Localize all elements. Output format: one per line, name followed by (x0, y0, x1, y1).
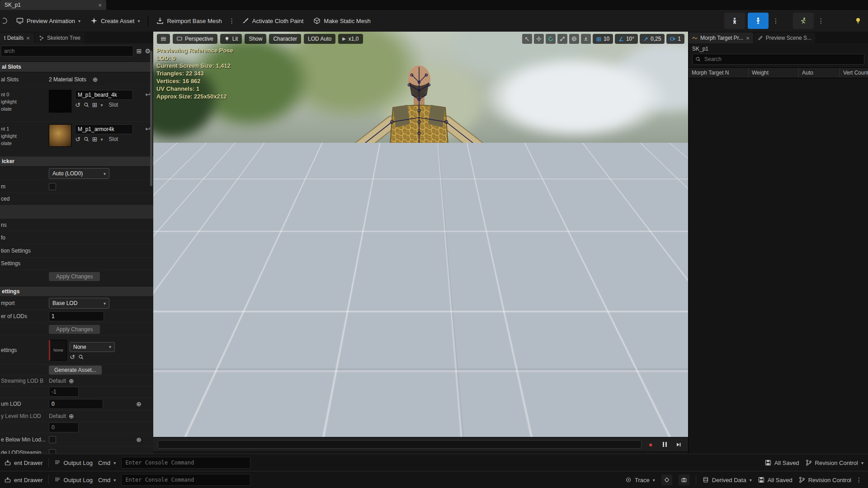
chevron-down-icon[interactable]: ▾ (100, 137, 103, 142)
lit-button[interactable]: Lit (220, 34, 242, 44)
tab-skeleton-tree[interactable]: Skeleton Tree (35, 33, 85, 43)
custom-checkbox[interactable] (49, 183, 56, 190)
content-drawer-button[interactable]: ent Drawer (5, 477, 43, 483)
output-log-button[interactable]: Output Log (54, 477, 93, 483)
output-log-button[interactable]: Output Log (54, 460, 93, 466)
rotate-tool-icon[interactable] (546, 34, 556, 44)
material-name-field[interactable] (75, 124, 133, 134)
add-override-icon[interactable]: ⊕ (136, 436, 142, 443)
add-material-slot-icon[interactable]: ⊕ (93, 76, 98, 83)
left-panel-scrollbar[interactable] (150, 51, 152, 186)
move-tool-icon[interactable] (534, 34, 544, 44)
lod-picker-dropdown[interactable]: Auto (LOD0) ▾ (49, 168, 109, 179)
revision-control-button[interactable]: Revision Control ⋮ (799, 476, 863, 483)
make-static-mesh-button[interactable]: Make Static Mesh (309, 13, 375, 28)
chevron-down-icon[interactable]: ▾ (100, 103, 103, 108)
revision-control-button[interactable]: Revision Control ▾ (806, 460, 863, 466)
skeleton-mode-button[interactable] (748, 13, 769, 29)
browse-icon[interactable] (84, 136, 89, 142)
quality-min-lod-input[interactable] (49, 422, 79, 432)
column-weight[interactable]: Weight (749, 68, 799, 78)
preview-animation-button[interactable]: Preview Animation ▾ (12, 13, 85, 28)
tab-close-icon[interactable]: × (26, 35, 30, 42)
override-lod-streaming-checkbox[interactable] (49, 449, 56, 454)
perspective-button[interactable]: Perspective (173, 34, 217, 44)
morph-search-input[interactable] (703, 56, 861, 63)
tab-morph-target-preview[interactable]: Morph Target Pr... × (689, 33, 753, 43)
tab-preview-scene-settings[interactable]: Preview Scene S... (754, 33, 815, 43)
material-thumbnail-beard[interactable] (49, 90, 71, 113)
add-override-icon[interactable]: ⊕ (136, 401, 142, 407)
pause-button[interactable] (660, 440, 670, 450)
surface-snap-icon[interactable] (581, 34, 591, 44)
cmd-selector[interactable]: Cmd ▾ (98, 460, 116, 466)
pick-asset-icon[interactable]: ⊞ (92, 102, 98, 108)
ideas-bulb-button[interactable] (854, 17, 865, 24)
streaming-lod-bias-input[interactable] (49, 387, 79, 397)
save-status[interactable]: All Saved (758, 477, 793, 483)
material-thumbnail-armor[interactable] (49, 124, 71, 147)
reimport-base-mesh-button[interactable]: Reimport Base Mesh (152, 13, 226, 28)
derived-data-button[interactable]: Derived Data ▾ (703, 477, 752, 483)
apply-changes-button[interactable]: Apply Changes (49, 325, 100, 334)
lod-settings-dropdown[interactable]: None ▾ (70, 342, 115, 352)
browse-icon[interactable] (78, 354, 84, 360)
tab-sk-p1[interactable]: SK_p1 × (0, 0, 106, 10)
minimum-lod-input[interactable] (49, 399, 103, 409)
animation-options-kebab-icon[interactable]: ⋮ (816, 17, 826, 24)
number-of-lods-input[interactable] (49, 311, 104, 321)
use-selected-icon[interactable]: ↺ (70, 354, 75, 360)
section-lod-settings[interactable]: ettings (0, 286, 153, 297)
pick-asset-icon[interactable]: ⊞ (92, 136, 98, 142)
below-min-lod-checkbox[interactable] (49, 436, 56, 443)
morph-search-box[interactable] (692, 54, 864, 65)
grid-snap-control[interactable]: ⊞ 10 (593, 34, 613, 44)
create-asset-button[interactable]: Create Asset ▾ (86, 13, 144, 28)
scale-tool-icon[interactable] (557, 34, 567, 44)
character-button[interactable]: Character (269, 34, 301, 44)
content-drawer-button[interactable]: ent Drawer (5, 460, 43, 466)
generate-asset-button[interactable]: Generate Asset... (49, 366, 102, 375)
preview-viewport[interactable]: Perspective Lit Show Character LOD Auto … (153, 32, 688, 454)
cmd-selector[interactable]: Cmd ▾ (98, 477, 116, 483)
lod-import-dropdown[interactable]: Base LOD ▾ (49, 298, 109, 309)
camera-speed-control[interactable]: 1 (666, 34, 684, 44)
use-selected-icon[interactable]: ↺ (75, 136, 80, 142)
trace-button[interactable]: Trace ▾ (625, 477, 655, 483)
show-button[interactable]: Show (245, 34, 266, 44)
activate-cloth-paint-button[interactable]: Activate Cloth Paint (237, 13, 308, 28)
step-forward-button[interactable] (674, 440, 684, 450)
material-name-field[interactable] (75, 90, 133, 100)
console-command-input[interactable] (121, 474, 250, 486)
select-tool-icon[interactable]: ↖ (522, 34, 532, 44)
section-lod-picker[interactable]: icker (0, 156, 153, 167)
world-local-toggle-icon[interactable] (569, 34, 579, 44)
add-override-icon[interactable]: ⊕ (69, 413, 74, 419)
animation-mode-button[interactable] (793, 13, 814, 29)
column-morph-target-name[interactable]: Morph Target N (689, 68, 749, 78)
rotation-snap-control[interactable]: ∠ 10° (615, 34, 638, 44)
add-override-icon[interactable]: ⊕ (69, 378, 74, 384)
record-button[interactable]: ● (646, 440, 656, 450)
reimport-options-kebab-icon[interactable]: ⋮ (227, 17, 236, 24)
scale-snap-control[interactable]: ↗ 0,25 (640, 34, 665, 44)
lod-settings-thumbnail[interactable]: None (49, 340, 67, 361)
save-status[interactable]: All Saved (765, 460, 799, 466)
apply-changes-button[interactable]: Apply Changes (49, 272, 100, 281)
tab-close-icon[interactable]: × (746, 35, 750, 42)
section-material-slots[interactable]: al Slots (0, 61, 153, 72)
console-command-input[interactable] (121, 457, 250, 469)
timeline-scrubber[interactable] (158, 440, 642, 449)
morph-table-body[interactable] (689, 78, 868, 454)
screenshot-tool-button[interactable] (679, 474, 689, 485)
tab-close-icon[interactable]: × (98, 2, 102, 9)
mannequin-mode-button[interactable] (724, 13, 745, 29)
use-selected-icon[interactable]: ↺ (75, 102, 80, 108)
tab-asset-details[interactable]: t Details × (0, 33, 34, 43)
revision-kebab-icon[interactable]: ⋮ (854, 476, 863, 483)
display-grid-icon[interactable]: ⊞ (137, 48, 142, 54)
skeleton-options-kebab-icon[interactable]: ⋮ (771, 17, 780, 24)
playback-speed-button[interactable]: ▶ x1,0 (338, 34, 363, 44)
viewport-scene[interactable]: Perspective Lit Show Character LOD Auto … (153, 32, 688, 437)
column-vert-count[interactable]: Vert Count (840, 68, 868, 78)
